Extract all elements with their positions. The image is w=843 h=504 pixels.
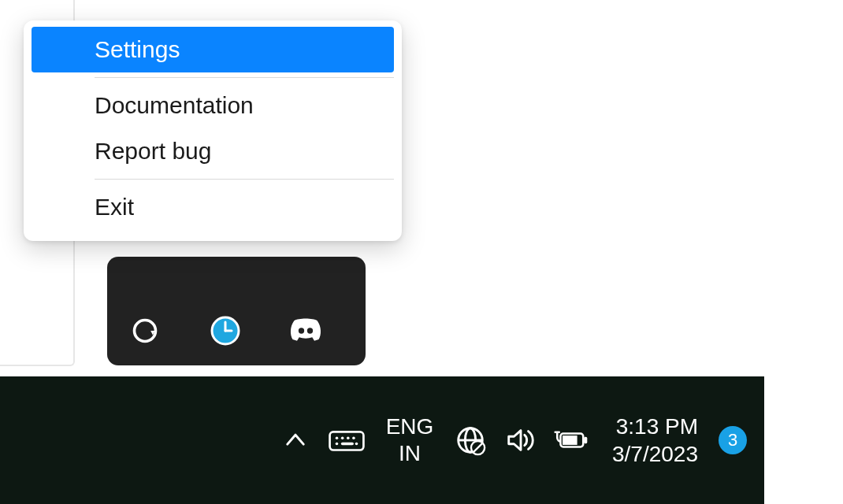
taskbar-time: 3:13 PM <box>612 413 698 440</box>
menu-separator <box>95 77 394 78</box>
notification-badge[interactable]: 3 <box>719 426 747 454</box>
menu-separator <box>95 179 394 180</box>
svg-rect-21 <box>584 437 587 443</box>
menu-item-label: Settings <box>95 36 180 63</box>
svg-rect-13 <box>341 443 354 446</box>
tray-context-menu: Settings Documentation Report bug Exit <box>24 20 402 241</box>
clock-icon[interactable] <box>208 313 243 348</box>
svg-point-6 <box>307 328 313 333</box>
menu-item-documentation[interactable]: Documentation <box>32 83 394 128</box>
language-code-top: ENG <box>382 413 437 440</box>
volume-icon[interactable] <box>503 423 538 458</box>
svg-rect-7 <box>330 432 364 450</box>
svg-point-10 <box>347 437 350 440</box>
tray-overflow-flyout <box>107 257 366 365</box>
menu-item-settings[interactable]: Settings <box>32 27 394 72</box>
battery-charging-icon[interactable] <box>554 423 589 458</box>
clock-date[interactable]: 3:13 PM 3/7/2023 <box>612 413 698 468</box>
desktop-blank <box>764 376 843 504</box>
svg-point-12 <box>336 443 339 446</box>
touch-keyboard-icon[interactable] <box>327 424 366 456</box>
taskbar: ENG IN 3:13 PM 3/7/2023 3 <box>0 376 764 504</box>
svg-point-14 <box>355 443 358 446</box>
network-no-internet-icon[interactable] <box>453 423 488 458</box>
menu-item-label: Documentation <box>95 92 254 119</box>
menu-item-label: Report bug <box>95 138 211 165</box>
menu-item-exit[interactable]: Exit <box>32 184 394 230</box>
svg-point-11 <box>352 437 355 440</box>
svg-rect-22 <box>563 435 577 445</box>
svg-point-5 <box>299 328 304 333</box>
menu-item-report-bug[interactable]: Report bug <box>32 128 394 174</box>
svg-point-8 <box>336 437 339 440</box>
menu-item-label: Exit <box>95 194 134 220</box>
discord-icon[interactable] <box>288 313 323 348</box>
input-language-indicator[interactable]: ENG IN <box>382 413 437 466</box>
grammarly-icon[interactable] <box>128 313 162 348</box>
language-code-bottom: IN <box>382 440 437 467</box>
svg-point-9 <box>341 437 344 440</box>
tray-overflow-chevron-icon[interactable] <box>280 424 311 456</box>
taskbar-date: 3/7/2023 <box>612 440 698 468</box>
notification-count: 3 <box>728 430 737 450</box>
